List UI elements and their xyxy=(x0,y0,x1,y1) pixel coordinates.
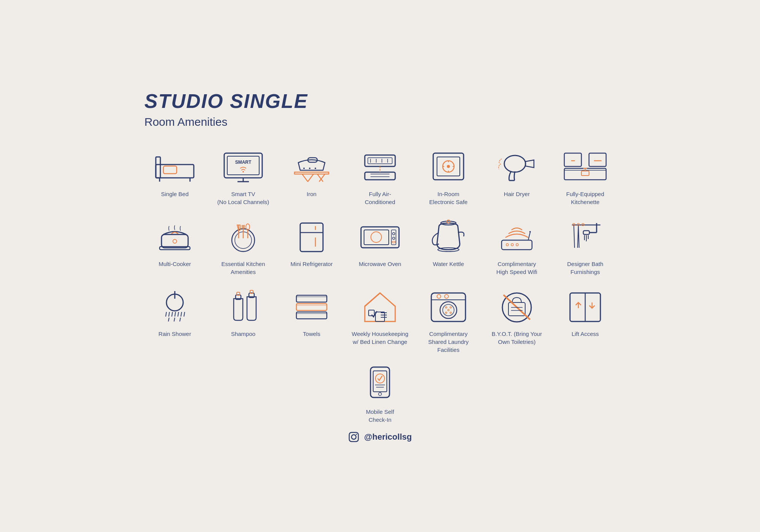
byot-icon xyxy=(492,287,542,325)
multi-cooker-icon xyxy=(150,217,200,255)
svg-line-101 xyxy=(180,318,180,321)
wifi-label: ComplimentaryHigh Speed Wifi xyxy=(496,260,537,276)
mobile-checkin-icon xyxy=(355,365,405,403)
svg-point-50 xyxy=(173,239,177,243)
svg-rect-106 xyxy=(296,312,327,319)
page-title: STUDIO SINGLE xyxy=(144,90,616,112)
bath-furnishings-label: Designer BathFurnishings xyxy=(567,260,603,276)
svg-text:SMART: SMART xyxy=(235,160,252,165)
amenity-iron: Iron xyxy=(281,147,342,206)
hair-dryer-icon xyxy=(492,147,542,185)
svg-rect-131 xyxy=(508,302,525,316)
rain-shower-icon xyxy=(150,287,200,325)
svg-line-93 xyxy=(169,312,169,317)
svg-point-124 xyxy=(443,304,454,316)
kitchenette-icon xyxy=(560,147,610,185)
svg-line-99 xyxy=(168,318,169,321)
svg-point-121 xyxy=(437,294,441,298)
electronic-safe-icon xyxy=(424,147,473,185)
amenity-kitchenette: Fully-EquippedKitchenette xyxy=(555,147,616,206)
smart-tv-label: Smart TV(No Local Channels) xyxy=(217,190,269,206)
svg-line-113 xyxy=(365,293,380,306)
air-conditioned-icon xyxy=(355,147,405,185)
svg-point-127 xyxy=(445,312,447,314)
housekeeping-label: Weekly Housekeepingw/ Bed Linen Change xyxy=(352,330,408,346)
amenity-microwave: Microwave Oven xyxy=(350,217,410,276)
amenity-single-bed: Single Bed xyxy=(144,147,205,206)
microwave-label: Microwave Oven xyxy=(359,260,401,268)
svg-point-75 xyxy=(506,244,508,246)
rain-shower-label: Rain Shower xyxy=(158,330,191,338)
svg-point-68 xyxy=(393,233,395,235)
svg-point-17 xyxy=(309,168,310,169)
svg-line-78 xyxy=(528,233,530,240)
svg-rect-60 xyxy=(300,223,323,252)
svg-rect-40 xyxy=(564,153,581,166)
svg-point-122 xyxy=(445,294,448,298)
svg-rect-114 xyxy=(375,312,385,321)
svg-point-8 xyxy=(242,171,244,173)
amenity-mobile-checkin: Mobile SelfCheck-In xyxy=(355,365,405,424)
bottom-row: Mobile SelfCheck-In xyxy=(144,365,616,424)
smart-tv-icon: SMART xyxy=(218,147,268,185)
svg-line-95 xyxy=(175,312,176,317)
towels-icon xyxy=(287,287,336,325)
svg-line-98 xyxy=(184,312,185,317)
kitchen-amenities-label: Essential KitchenAmenities xyxy=(221,260,265,276)
mobile-checkin-label: Mobile SelfCheck-In xyxy=(366,408,394,424)
towels-label: Towels xyxy=(303,330,320,338)
svg-point-16 xyxy=(303,168,305,169)
amenities-row-1: Single Bed SMART xyxy=(144,147,616,206)
amenity-mini-fridge: Mini Refrigerator xyxy=(281,217,342,276)
svg-rect-2 xyxy=(163,166,177,174)
svg-marker-112 xyxy=(365,293,395,321)
svg-point-142 xyxy=(378,393,382,396)
amenity-wifi: ComplimentaryHigh Speed Wifi xyxy=(486,217,547,276)
kitchenette-label: Fully-EquippedKitchenette xyxy=(566,190,604,206)
amenity-kitchen-amenities: Essential KitchenAmenities xyxy=(213,217,274,276)
bath-furnishings-icon xyxy=(560,217,610,255)
svg-line-12 xyxy=(308,174,314,182)
amenity-air-conditioned: Fully Air-Conditioned xyxy=(350,147,410,206)
svg-line-11 xyxy=(302,174,308,182)
svg-point-59 xyxy=(246,224,250,230)
hair-dryer-label: Hair Dryer xyxy=(504,190,530,198)
amenities-row-3: Rain Shower Sh xyxy=(144,287,616,354)
shampoo-icon xyxy=(218,287,268,325)
svg-point-77 xyxy=(516,244,518,246)
svg-rect-25 xyxy=(365,172,395,180)
amenity-electronic-safe: In-RoomElectronic Safe xyxy=(418,147,479,206)
svg-point-18 xyxy=(315,168,316,169)
amenity-water-kettle: Water Kettle xyxy=(418,217,479,276)
footer: @hericollsg xyxy=(144,431,616,443)
amenity-laundry: ComplimentaryShared LaundryFacilities xyxy=(418,287,479,354)
svg-point-126 xyxy=(450,307,451,308)
svg-rect-107 xyxy=(296,304,327,310)
instagram-handle: @hericollsg xyxy=(364,432,412,442)
svg-point-144 xyxy=(352,435,356,439)
mini-fridge-label: Mini Refrigerator xyxy=(291,260,333,268)
lift-access-icon xyxy=(560,287,610,325)
svg-point-66 xyxy=(371,232,382,242)
amenity-housekeeping: Weekly Housekeepingw/ Bed Linen Change xyxy=(350,287,410,354)
amenity-smart-tv: SMART Smart TV(No Local Channels) xyxy=(213,147,274,206)
air-conditioned-label: Fully Air-Conditioned xyxy=(365,190,395,206)
svg-line-94 xyxy=(172,312,173,317)
svg-line-100 xyxy=(174,318,175,321)
svg-point-128 xyxy=(450,312,451,314)
wifi-icon xyxy=(492,217,542,255)
svg-rect-45 xyxy=(581,171,589,176)
instagram-icon xyxy=(348,431,359,443)
amenity-rain-shower: Rain Shower xyxy=(144,287,205,354)
amenity-hair-dryer: Hair Dryer xyxy=(486,147,547,206)
svg-point-129 xyxy=(448,309,449,311)
amenity-shampoo: Shampoo xyxy=(213,287,274,354)
water-kettle-label: Water Kettle xyxy=(433,260,464,268)
svg-point-145 xyxy=(356,434,357,435)
svg-rect-20 xyxy=(368,158,392,164)
laundry-icon xyxy=(424,287,473,325)
svg-rect-70 xyxy=(392,241,395,243)
svg-point-76 xyxy=(511,244,513,246)
microwave-icon xyxy=(355,217,405,255)
svg-line-96 xyxy=(178,312,179,317)
